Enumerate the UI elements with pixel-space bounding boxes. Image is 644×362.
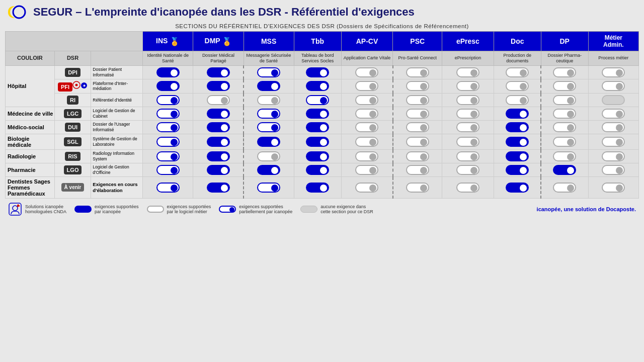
cnda-label: Solutions icanopéehomologuées CNDA (25, 204, 66, 214)
main-container: SEGUR – L'empreinte d'icanopée dans les … (0, 0, 644, 362)
toggle-switch (602, 109, 625, 119)
toggle-cell (442, 93, 494, 107)
table-row: PharmacieLGOLogiciel de Gestion d'Offici… (6, 163, 639, 176)
toggle-switch (156, 109, 180, 119)
dsr-cell: DPI (54, 65, 91, 79)
dsr-cell: À venir (54, 176, 91, 198)
toggle-cell (193, 149, 244, 163)
toggle-cell (244, 176, 294, 198)
column-header-row: INS 🏅 DMP 🏅 MSS Tbb AP-CV PSC ePresc Doc… (6, 32, 639, 51)
col-header-metier: MétierAdmin. (588, 32, 638, 51)
page-title: SEGUR – L'empreinte d'icanopée dans les … (33, 6, 415, 19)
toggle-switch (355, 137, 378, 147)
legend-partial: exigences supportéespartiellement par ic… (219, 204, 292, 214)
toggle-cell (442, 134, 494, 149)
dsr-badge: RIS (65, 152, 80, 161)
mss-sublabel: Messagerie Sécurisée de Santé (244, 51, 294, 66)
toggle-cell (294, 120, 341, 134)
table-row: Médico-socialDUIDossier de l'Usager Info… (6, 120, 639, 134)
toggle-cell (244, 120, 294, 134)
toggle-cell (393, 107, 442, 120)
col-header-doc: Doc (494, 32, 541, 51)
dsr-badge: À venir (61, 183, 85, 192)
toggle-cell (541, 163, 588, 176)
toggle-switch (207, 165, 230, 175)
toggle-cell (588, 120, 638, 134)
toggle-cell (588, 134, 638, 149)
couloir-cell: Pharmacie (6, 163, 55, 176)
toggle-cell (341, 65, 393, 79)
toggle-switch (355, 81, 378, 91)
toggle-cell (294, 107, 341, 120)
toggle-switch (257, 109, 280, 119)
toggle-cell (244, 149, 294, 163)
toggle-switch (207, 67, 230, 77)
ins-sublabel: Identité Nationale de Santé (143, 51, 193, 66)
couloir-cell: Biologie médicale (6, 134, 55, 149)
toggle-cell (393, 134, 442, 149)
toggle-cell (494, 134, 541, 149)
toggle-switch (257, 67, 280, 77)
toggle-cell (588, 107, 638, 120)
toggle-cell (393, 120, 442, 134)
couloir-cell: Médico-social (6, 120, 55, 134)
desc-cell: Dossier Patient Informatisé (91, 65, 143, 79)
toggle-cell (442, 176, 494, 198)
toggle-cell (494, 79, 541, 93)
toggle-cell (193, 120, 244, 134)
logo-icon (5, 4, 27, 20)
toggle-cell (143, 134, 193, 149)
desc-cell: Radiology Information System (91, 149, 143, 163)
toggle-cell (442, 79, 494, 93)
toggle-switch (406, 165, 429, 175)
toggle-cell (294, 134, 341, 149)
toggle-cell (244, 163, 294, 176)
toggle-cell (143, 120, 193, 134)
dsr-badge: PFI (58, 82, 72, 92)
toggle-switch (156, 122, 180, 132)
footer: Solutions icanopéehomologuées CNDA exige… (5, 201, 639, 218)
couloir-cell: Médecine de ville (6, 107, 55, 120)
toggle-switch (207, 81, 230, 91)
toggle-switch (207, 151, 230, 161)
toggle-cell (244, 65, 294, 79)
toggle-cell (442, 149, 494, 163)
dsr-cell: PFI★ (54, 79, 91, 93)
toggle-cell (193, 163, 244, 176)
toggle-switch (456, 151, 479, 161)
toggle-switch (506, 95, 529, 105)
dsr-cell: LGC (54, 107, 91, 120)
toggle-cell (541, 79, 588, 93)
toggle-switch (257, 137, 280, 147)
dsr-label: DSR (54, 51, 91, 66)
toggle-switch (257, 165, 280, 175)
toggle-cell (143, 163, 193, 176)
empty-header (6, 32, 143, 51)
toggle-cell (294, 93, 341, 107)
toggle-switch (553, 122, 576, 132)
desc-cell: Logiciel de Gestion de Cabinet (91, 107, 143, 120)
toggle-cell (341, 93, 393, 107)
svg-point-5 (13, 206, 18, 211)
legend-grey-icon (300, 206, 317, 213)
toggle-cell (393, 93, 442, 107)
desc-cell: Exigences en cours d'élaboration (91, 176, 143, 198)
toggle-switch (306, 95, 329, 105)
toggle-cell (393, 79, 442, 93)
toggle-switch (506, 109, 529, 119)
toggle-cell (294, 176, 341, 198)
col-header-ins: INS 🏅 (143, 32, 193, 51)
toggle-cell (588, 79, 638, 93)
toggle-cell (294, 65, 341, 79)
col-header-epresc: ePresc (442, 32, 494, 51)
legend-none-label: aucune exigence danscette section pour c… (320, 204, 373, 214)
toggle-switch (553, 109, 576, 119)
toggle-cell (541, 107, 588, 120)
table-body: HôpitalDPIDossier Patient InformatiséPFI… (6, 65, 639, 198)
tbb-sublabel: Tableau de bord Services Socles (294, 51, 341, 66)
toggle-cell (442, 120, 494, 134)
toggle-switch (602, 183, 625, 193)
toggle-switch (156, 81, 180, 91)
toggle-switch (406, 137, 429, 147)
couloir-cell: Radiologie (6, 149, 55, 163)
